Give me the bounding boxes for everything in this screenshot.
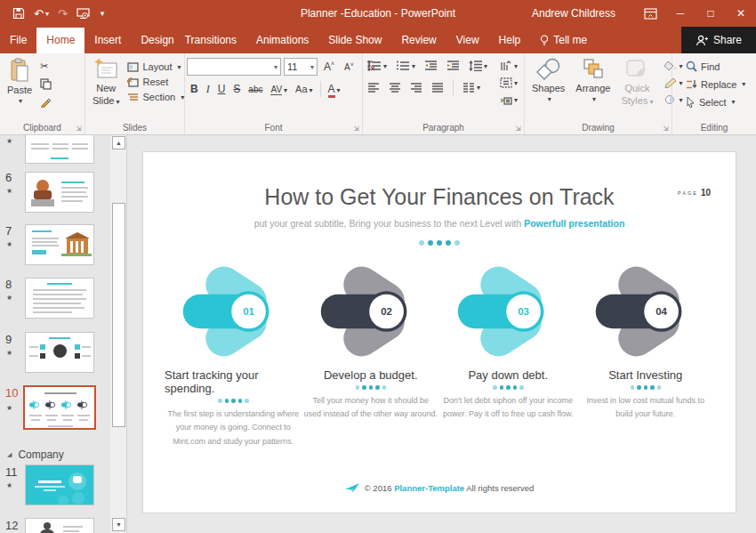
grow-font-button[interactable]: A˄ bbox=[320, 60, 338, 74]
quick-styles-button[interactable]: Quick Styles▾ bbox=[615, 56, 658, 109]
thumbnail-slide-8[interactable] bbox=[25, 278, 94, 319]
section-button[interactable]: Section▾ bbox=[125, 91, 187, 103]
arrange-button[interactable]: Arrange▾ bbox=[570, 56, 615, 106]
strikethrough-button[interactable]: S bbox=[229, 82, 244, 96]
animation-star-icon: ★ bbox=[6, 137, 12, 145]
scroll-down-button[interactable]: ▼ bbox=[112, 518, 125, 531]
step-1[interactable]: 01 Start tracking your spending. The fir… bbox=[165, 265, 302, 449]
thumbnail-slide-12[interactable] bbox=[25, 518, 94, 533]
thumbnail-slide-10-selected[interactable] bbox=[23, 385, 96, 430]
shapes-button[interactable]: Shapes▾ bbox=[527, 56, 570, 106]
clipboard-dialog-launcher-icon[interactable]: ⇲ bbox=[76, 125, 82, 133]
thumbnail-slide-6[interactable] bbox=[25, 172, 94, 213]
align-center-icon[interactable] bbox=[386, 81, 404, 94]
shadow-strike-button[interactable]: abc bbox=[245, 84, 266, 95]
align-text-icon[interactable]: ▾ bbox=[497, 76, 520, 90]
slide-subtitle[interactable]: put your great subtitle, Bring your busi… bbox=[143, 218, 736, 229]
tab-insert[interactable]: Insert bbox=[84, 28, 131, 53]
quick-styles-icon bbox=[624, 58, 649, 81]
tab-transitions[interactable]: Transitions bbox=[180, 28, 246, 53]
cut-icon[interactable]: ✂ bbox=[37, 59, 54, 74]
undo-button[interactable]: ↶▾ bbox=[34, 7, 49, 20]
numbering-icon[interactable]: ▾ bbox=[393, 59, 418, 73]
arrow-shape-3[interactable]: 03 bbox=[456, 265, 559, 358]
tab-design[interactable]: Design bbox=[131, 28, 179, 53]
tell-me-box[interactable]: Tell me bbox=[530, 28, 597, 53]
step-body[interactable]: Tell your money how it should be used in… bbox=[303, 394, 438, 423]
step-title[interactable]: Develop a budget. bbox=[324, 368, 418, 382]
step-title[interactable]: Pay down debt. bbox=[468, 368, 548, 382]
slideshow-from-start-icon[interactable] bbox=[76, 8, 90, 20]
tab-file[interactable]: File bbox=[0, 28, 36, 53]
text-direction-icon[interactable]: ▾ bbox=[497, 59, 520, 73]
format-painter-icon[interactable] bbox=[37, 94, 54, 109]
step-3[interactable]: 03 Pay down debt. Don't let debt siphon … bbox=[439, 265, 577, 449]
font-size-combobox[interactable]: 11▾ bbox=[284, 58, 318, 76]
line-spacing-icon[interactable]: ▾ bbox=[466, 59, 490, 73]
thumbnail-slide-5[interactable] bbox=[25, 135, 94, 164]
underline-button[interactable]: U bbox=[214, 82, 229, 96]
customize-qat-icon[interactable]: ▾ bbox=[99, 9, 105, 18]
convert-smartart-icon[interactable]: ▾ bbox=[497, 93, 520, 107]
bold-button[interactable]: B bbox=[187, 82, 202, 96]
scrollbar-thumb[interactable] bbox=[112, 203, 125, 427]
decrease-indent-icon[interactable] bbox=[422, 59, 440, 73]
thumbnail-scrollbar[interactable]: ▲ ▼ bbox=[110, 135, 127, 533]
change-case-button[interactable]: Aa▾ bbox=[292, 83, 316, 95]
signed-in-user[interactable]: Andrew Childress bbox=[532, 7, 615, 20]
share-button[interactable]: Share bbox=[681, 27, 756, 53]
step-title[interactable]: Start Investing bbox=[608, 368, 682, 382]
arrow-shape-1[interactable]: 01 bbox=[181, 265, 285, 358]
slide-title[interactable]: How to Get Your Finances on Track bbox=[143, 184, 736, 210]
justify-icon[interactable] bbox=[429, 81, 446, 94]
tab-view[interactable]: View bbox=[446, 28, 489, 53]
thumbnail-slide-9[interactable] bbox=[25, 332, 94, 373]
align-right-icon[interactable] bbox=[407, 81, 425, 94]
section-header-company[interactable]: ◢ Company bbox=[7, 448, 64, 461]
increase-indent-icon[interactable] bbox=[444, 59, 462, 73]
tab-help[interactable]: Help bbox=[489, 28, 531, 53]
font-name-combobox[interactable]: ▾ bbox=[187, 58, 281, 76]
drawing-dialog-launcher-icon[interactable]: ⇲ bbox=[663, 125, 669, 133]
shrink-font-button[interactable]: A˅ bbox=[341, 61, 358, 73]
replace-button[interactable]: Replace▾ bbox=[683, 77, 748, 91]
redo-button[interactable]: ↷ bbox=[58, 7, 68, 20]
columns-icon[interactable]: ▾ bbox=[460, 81, 483, 94]
font-dialog-launcher-icon[interactable]: ⇲ bbox=[353, 125, 359, 133]
step-body[interactable]: The first step is understanding where yo… bbox=[165, 408, 301, 449]
select-button[interactable]: Select▾ bbox=[683, 95, 748, 109]
copy-icon[interactable] bbox=[37, 77, 54, 92]
paragraph-dialog-launcher-icon[interactable]: ⇲ bbox=[515, 125, 521, 133]
close-button[interactable]: ✕ bbox=[726, 0, 756, 27]
italic-button[interactable]: I bbox=[203, 82, 213, 97]
bullets-icon[interactable]: ▾ bbox=[365, 59, 390, 73]
step-2[interactable]: 02 Develop a budget. Tell your money how… bbox=[302, 265, 440, 449]
tab-review[interactable]: Review bbox=[391, 28, 446, 53]
save-icon[interactable] bbox=[12, 7, 25, 20]
step-4[interactable]: 04 Start Investing Invest in low cost mu… bbox=[577, 265, 715, 449]
paste-button[interactable]: Paste▾ bbox=[2, 56, 37, 108]
step-body[interactable]: Don't let debt siphon off your income po… bbox=[440, 394, 575, 423]
thumbnail-slide-7[interactable] bbox=[25, 224, 94, 265]
thumbnail-slide-11[interactable] bbox=[25, 464, 94, 505]
maximize-button[interactable]: □ bbox=[696, 0, 726, 27]
slide-editing-area[interactable]: PAGE10 How to Get Your Finances on Track… bbox=[142, 151, 736, 513]
ribbon-display-options-icon[interactable] bbox=[635, 0, 665, 27]
step-body[interactable]: Invest in low cost mutual funds to build… bbox=[578, 394, 713, 423]
character-spacing-button[interactable]: AV▾ bbox=[267, 84, 291, 95]
tab-home[interactable]: Home bbox=[36, 28, 84, 53]
minimize-button[interactable]: ─ bbox=[665, 0, 696, 27]
new-slide-button[interactable]: New Slide▾ bbox=[87, 56, 125, 109]
arrow-shape-4[interactable]: 04 bbox=[594, 265, 697, 358]
arrow-shape-2[interactable]: 02 bbox=[319, 265, 422, 358]
step-title[interactable]: Start tracking your spending. bbox=[165, 368, 302, 395]
reset-button[interactable]: Reset bbox=[125, 76, 187, 88]
layout-button[interactable]: Layout▾ bbox=[125, 61, 187, 73]
section-collapse-icon[interactable]: ◢ bbox=[7, 451, 12, 458]
font-color-button[interactable]: A▾ bbox=[325, 82, 344, 96]
scroll-up-button[interactable]: ▲ bbox=[112, 136, 125, 149]
tab-animations[interactable]: Animations bbox=[246, 28, 318, 53]
tab-slide-show[interactable]: Slide Show bbox=[318, 28, 391, 53]
align-left-icon[interactable] bbox=[365, 81, 382, 94]
find-button[interactable]: Find bbox=[683, 60, 748, 73]
